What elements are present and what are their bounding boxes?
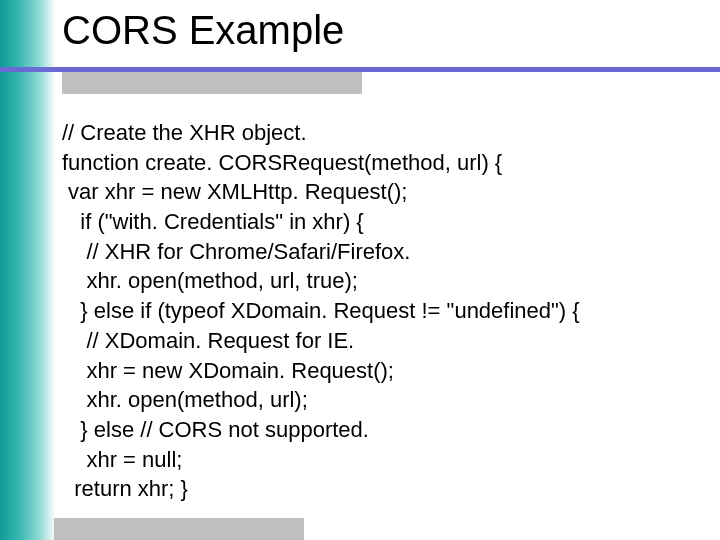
code-line: // Create the XHR object. (62, 118, 702, 148)
code-line: // XHR for Chrome/Safari/Firefox. (62, 237, 702, 267)
code-line: xhr. open(method, url, true); (62, 266, 702, 296)
footer-bar (54, 518, 304, 540)
code-line: xhr = new XDomain. Request(); (62, 356, 702, 386)
code-line: var xhr = new XMLHttp. Request(); (62, 177, 702, 207)
code-line: if ("with. Credentials" in xhr) { (62, 207, 702, 237)
left-accent-band (0, 0, 56, 540)
code-line: return xhr; } (62, 474, 702, 504)
code-line: } else if (typeof XDomain. Request != "u… (62, 296, 702, 326)
code-line: // XDomain. Request for IE. (62, 326, 702, 356)
page-title: CORS Example (62, 8, 344, 53)
code-line: xhr = null; (62, 445, 702, 475)
code-block: // Create the XHR object. function creat… (62, 118, 702, 504)
code-line: xhr. open(method, url); (62, 385, 702, 415)
title-shadow-bar (62, 72, 362, 94)
slide: CORS Example // Create the XHR object. f… (0, 0, 720, 540)
code-line: } else // CORS not supported. (62, 415, 702, 445)
code-line: function create. CORSRequest(method, url… (62, 148, 702, 178)
